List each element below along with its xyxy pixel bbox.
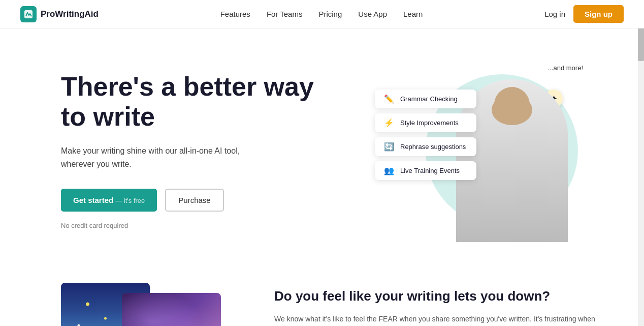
- nav-learn[interactable]: Learn: [403, 10, 423, 18]
- training-icon: 👥: [383, 166, 395, 175]
- feature-card-grammar: ✏️ Grammar Checking: [375, 90, 476, 108]
- rephrase-icon: 🔄: [383, 142, 395, 152]
- nav-use-app[interactable]: Use App: [358, 10, 387, 18]
- nav-links: Features For Teams Pricing Use App Learn: [220, 10, 423, 19]
- hero-illustration: ...and more! ✦ ✏️ Grammar Checking ⚡ Sty…: [375, 59, 588, 242]
- grammar-icon: ✏️: [383, 94, 395, 104]
- nav-for-teams[interactable]: For Teams: [267, 10, 303, 18]
- purple-swirl-bg: [122, 293, 221, 326]
- navbar: ProWritingAid Features For Teams Pricing…: [0, 0, 644, 28]
- and-more-label: ...and more!: [548, 64, 583, 72]
- purchase-button[interactable]: Purchase: [165, 189, 223, 212]
- lower-title: Do you feel like your writing lets you d…: [274, 288, 603, 305]
- feature-card-style: ⚡ Style Improvements: [375, 113, 476, 132]
- feature-card-training: 👥 Live Training Events: [375, 161, 476, 180]
- logo-link[interactable]: ProWritingAid: [20, 6, 99, 22]
- login-button[interactable]: Log in: [544, 10, 565, 18]
- hero-subtitle: Make your writing shine with our all-in-…: [61, 144, 264, 170]
- logo-icon: [20, 6, 37, 22]
- image-stack: My idea in my head: [61, 283, 234, 326]
- lower-right: Do you feel like your writing lets you d…: [274, 283, 603, 326]
- scrollbar-track[interactable]: [638, 0, 644, 326]
- lower-section: My idea in my head Do you feel like your…: [0, 262, 644, 326]
- hero-title: There's a better way to write: [61, 72, 325, 133]
- person-head: [494, 87, 530, 123]
- nav-pricing[interactable]: Pricing: [318, 10, 342, 18]
- lower-text: We know what it's like to feel the FEAR …: [274, 313, 603, 326]
- lower-left: My idea in my head: [61, 283, 244, 326]
- style-icon: ⚡: [383, 118, 395, 128]
- nav-features[interactable]: Features: [220, 10, 250, 18]
- hero-left: There's a better way to write Make your …: [61, 72, 325, 230]
- hero-right: ...and more! ✦ ✏️ Grammar Checking ⚡ Sty…: [360, 59, 603, 242]
- hero-buttons: Get started— it's free Purchase: [61, 189, 325, 212]
- feature-card-rephrase: 🔄 Rephrase suggestions: [375, 137, 476, 156]
- logo-text: ProWritingAid: [41, 9, 99, 19]
- feature-cards: ✏️ Grammar Checking ⚡ Style Improvements…: [375, 90, 476, 180]
- get-started-button[interactable]: Get started— it's free: [61, 189, 157, 212]
- purple-art-image: [122, 293, 221, 326]
- navbar-actions: Log in Sign up: [544, 5, 624, 23]
- hero-section: There's a better way to write Make your …: [0, 28, 644, 262]
- signup-button[interactable]: Sign up: [573, 5, 624, 23]
- no-card-text: No credit card required: [61, 222, 325, 229]
